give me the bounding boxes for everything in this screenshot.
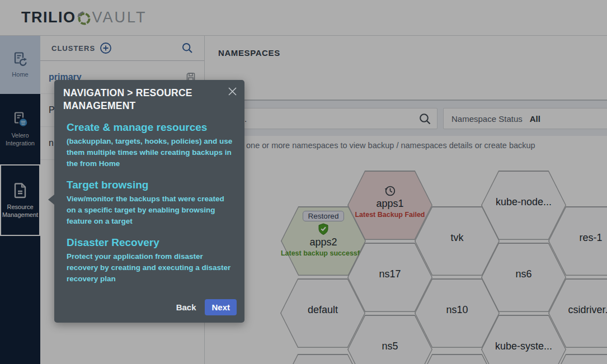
section-body: View/monitor the backups that were creat… bbox=[67, 193, 236, 227]
section-heading: Disaster Recovery bbox=[67, 237, 236, 249]
popover-title: NAVIGATION > RESOURCE MANAGEMENT bbox=[63, 87, 220, 112]
next-button[interactable]: Next bbox=[205, 299, 237, 315]
popover-footer: Back Next bbox=[176, 299, 237, 315]
popover-section-create-manage: Create & manage resources (backupplan, t… bbox=[67, 121, 236, 169]
popover-section-target-browsing: Target browsing View/monitor the backups… bbox=[67, 179, 236, 227]
close-icon[interactable] bbox=[228, 87, 237, 96]
back-button[interactable]: Back bbox=[176, 302, 196, 312]
tour-popover: NAVIGATION > RESOURCE MANAGEMENT Create … bbox=[54, 80, 244, 323]
popover-section-disaster-recovery: Disaster Recovery Protect your applicati… bbox=[67, 237, 236, 285]
section-heading: Target browsing bbox=[67, 179, 236, 191]
section-body: (backupplan, targets, hooks, policies) a… bbox=[67, 136, 236, 169]
popover-arrow bbox=[48, 195, 54, 205]
section-heading: Create & manage resources bbox=[67, 121, 236, 134]
section-body: Protect your application from disaster r… bbox=[67, 251, 236, 285]
